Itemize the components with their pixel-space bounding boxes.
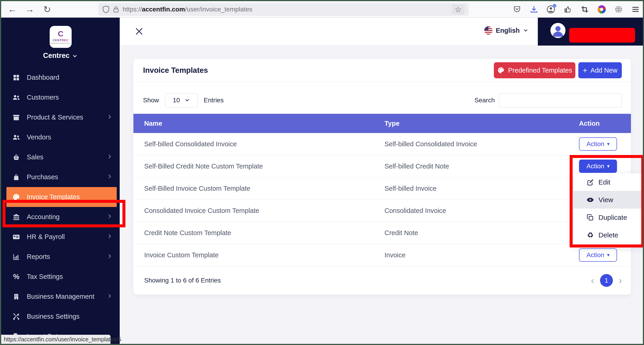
sidebar-item-hr-payroll[interactable]: HR & Payroll (1, 227, 120, 247)
search-input[interactable] (499, 93, 622, 107)
sidebar-item-customers[interactable]: Customers (1, 88, 120, 107)
dropdown-item-edit[interactable]: Edit (573, 173, 644, 191)
avatar[interactable] (550, 23, 566, 38)
forward-icon[interactable]: → (24, 3, 36, 16)
sidebar-item-invoice-templates[interactable]: Invoice Templates (6, 187, 117, 207)
cell-name: Self-Billed Invoice Custom Template (144, 185, 384, 192)
cell-name: Self-Billed Credit Note Custom Template (144, 162, 384, 170)
reload-icon[interactable]: ↻ (41, 3, 53, 16)
cell-type: Self-billed Credit Note (384, 162, 579, 170)
browser-toolbar: ← → ↻ https://accentfin.com/user/invoice… (1, 1, 643, 18)
org-switcher[interactable]: Centrec (1, 52, 120, 60)
logo-mark: C (58, 30, 64, 38)
sidebar-item-business-management[interactable]: Business Management (1, 286, 120, 306)
back-icon[interactable]: ← (6, 3, 18, 16)
thumbs-up-icon[interactable] (563, 4, 573, 14)
prev-page-icon[interactable]: ‹ (591, 276, 594, 286)
sidebar-item-purchases[interactable]: Purchases (1, 167, 120, 187)
sidebar-item-dashboard[interactable]: Dashboard (1, 68, 120, 88)
caret-down-icon: ▾ (607, 252, 610, 258)
cell-type: Self-billed Invoice (384, 185, 579, 192)
sidebar-item-label: HR & Payroll (27, 233, 65, 240)
cell-type: Invoice (384, 251, 579, 259)
table-body: Self-billed Consolidated Invoice Self-bi… (134, 133, 631, 266)
pocket-icon[interactable] (512, 4, 522, 14)
dropdown-item-view[interactable]: View (573, 191, 644, 208)
dropdown-item-duplicate[interactable]: Duplicate (573, 208, 644, 226)
sidebar-item-business-settings[interactable]: Business Settings (1, 306, 120, 326)
page-title: Invoice Templates (143, 66, 208, 75)
sidebar-item-tax-settings[interactable]: % Tax Settings (1, 267, 120, 286)
table-row: Credit Note Custom Template Credit Note … (134, 222, 631, 244)
dropdown-item-label: View (598, 196, 613, 204)
show-label: Show (143, 96, 159, 104)
company-logo[interactable]: C CENTREC TRAINING & CONSULTANCY (50, 26, 72, 48)
crop-icon[interactable] (580, 4, 590, 14)
sidebar-item-label: Tax Settings (27, 273, 63, 280)
sidebar-item-label: Accounting (27, 213, 60, 221)
download-icon[interactable] (529, 4, 539, 14)
table-footer: Showing 1 to 6 of 6 Entries ‹ 1 › (134, 266, 631, 295)
sidebar-item-label: Invoice Templates (27, 193, 80, 201)
sidebar-item-accounting[interactable]: Accounting (1, 207, 120, 227)
column-header-action: Action (579, 120, 631, 127)
notification-dot (553, 4, 556, 8)
duplicate-icon (586, 214, 594, 222)
bookmark-star-icon[interactable]: ☆ (452, 4, 464, 14)
close-icon[interactable] (134, 27, 144, 37)
address-bar[interactable]: https://accentfin.com/user/invoice_templ… (98, 3, 469, 16)
next-page-icon[interactable]: › (619, 276, 622, 286)
sidebar-item-vendors[interactable]: Vendors (1, 127, 120, 147)
action-button[interactable]: Action▾ (579, 137, 617, 151)
tools-icon (12, 313, 21, 320)
language-selector[interactable]: English (484, 26, 528, 34)
sidebar-item-sales[interactable]: Sales (1, 147, 120, 167)
per-page-select[interactable]: 10 (165, 93, 198, 107)
cell-name: Self-billed Consolidated Invoice (144, 140, 384, 148)
chevron-right-icon (107, 233, 112, 240)
users-icon (12, 133, 21, 142)
profile-panel (538, 18, 643, 46)
entries-label: Entries (204, 96, 224, 104)
account-icon[interactable] (546, 4, 556, 14)
table-row: Self-billed Consolidated Invoice Self-bi… (134, 133, 631, 155)
sidebar-item-label: Vendors (27, 134, 51, 141)
us-flag-icon (484, 26, 492, 34)
action-button[interactable]: Action▾ (579, 248, 617, 262)
language-label: English (496, 27, 520, 34)
building-icon (12, 293, 21, 300)
chevron-down-icon (523, 28, 528, 33)
globe-icon[interactable] (614, 4, 624, 14)
sidebar-item-label: Customers (27, 94, 59, 101)
sidebar-item-product-services[interactable]: Product & Services (1, 107, 120, 127)
action-button-open[interactable]: Action▾ (579, 160, 617, 173)
dropdown-item-delete[interactable]: ♻ Delete (573, 226, 644, 244)
sidebar-item-reports[interactable]: Reports (1, 247, 120, 267)
table-row: Self-Billed Invoice Custom Template Self… (134, 178, 631, 200)
cell-type: Credit Note (384, 229, 579, 237)
link-preview-tooltip: https://accentfin.com/user/invoice_templ… (1, 335, 110, 344)
predefined-templates-button[interactable]: Predefined Templates (494, 62, 575, 78)
menu-icon[interactable] (630, 4, 640, 14)
color-wheel-icon[interactable] (597, 4, 607, 14)
palette-icon (12, 193, 21, 201)
table-row: Invoice Custom Template Invoice Action▾ (134, 244, 631, 266)
showing-entries-text: Showing 1 to 6 of 6 Entries (144, 277, 221, 284)
chevron-right-icon (107, 154, 112, 161)
chevron-right-icon (107, 173, 112, 181)
chevron-right-icon (107, 114, 112, 121)
chevron-down-icon (72, 53, 78, 59)
table-controls: Show 10 Entries Search (134, 93, 631, 108)
pagination: ‹ 1 › (591, 274, 622, 287)
column-header-type: Type (384, 120, 579, 127)
chevron-right-icon (107, 293, 112, 300)
column-header-name: Name (144, 120, 384, 127)
cell-name: Invoice Custom Template (144, 251, 384, 259)
add-new-button[interactable]: + Add New (578, 62, 622, 78)
grid-icon (12, 74, 21, 81)
sidebar-item-label: Purchases (27, 173, 58, 181)
page-number[interactable]: 1 (600, 274, 613, 287)
bank-icon (12, 213, 21, 221)
chevron-down-icon (184, 98, 190, 103)
dropdown-item-label: Duplicate (598, 214, 627, 222)
